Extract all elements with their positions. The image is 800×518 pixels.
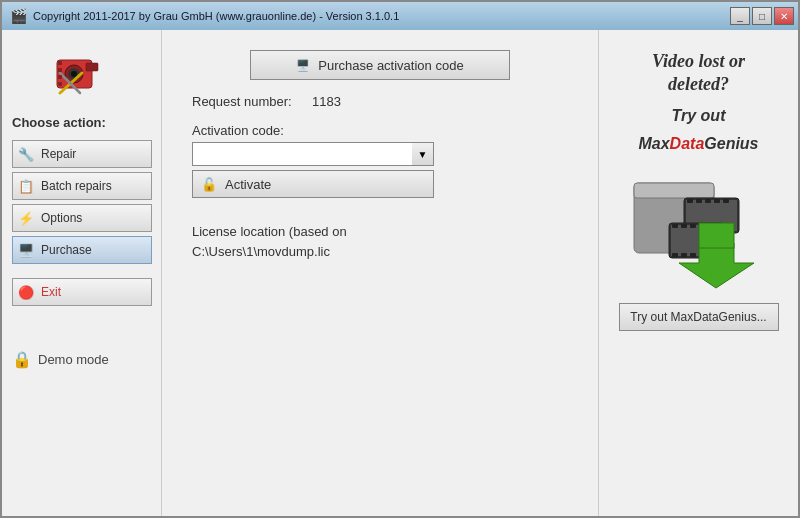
promo-graphic	[624, 163, 774, 293]
window-controls: _ □ ✕	[730, 7, 794, 25]
svg-rect-10	[58, 82, 62, 86]
demo-mode-label: Demo mode	[38, 352, 109, 367]
svg-rect-19	[723, 199, 729, 203]
demo-mode: 🔒 Demo mode	[12, 350, 151, 369]
right-panel: Video lost or deleted? Try out MaxDataGe…	[598, 30, 798, 516]
close-button[interactable]: ✕	[774, 7, 794, 25]
activation-code-input[interactable]	[192, 142, 412, 166]
svg-rect-17	[705, 199, 711, 203]
license-line2: C:\Users\1\movdump.lic	[192, 242, 568, 262]
license-line1: License location (based on	[192, 222, 568, 242]
activation-code-select-row: ▼	[192, 142, 568, 166]
sidebar: Choose action: 🔧 Repair 📋 Batch repairs …	[2, 30, 162, 516]
purchase-icon: 🖥️	[18, 243, 34, 258]
svg-rect-28	[681, 224, 687, 228]
main-panel: 🖥️ Purchase activation code Request numb…	[162, 30, 598, 516]
batch-icon: 📋	[18, 179, 34, 194]
svg-rect-29	[690, 224, 696, 228]
repair-label: Repair	[41, 147, 76, 161]
svg-rect-32	[672, 253, 678, 257]
activate-label: Activate	[225, 177, 271, 192]
brand-data: Data	[670, 135, 705, 152]
lock-gold-icon: 🔓	[201, 177, 217, 192]
promo-brand: MaxDataGenius	[638, 135, 758, 153]
app-icon: 🎬	[10, 8, 27, 24]
activation-code-dropdown-arrow[interactable]: ▼	[412, 142, 434, 166]
svg-rect-4	[86, 63, 98, 71]
maximize-button[interactable]: □	[752, 7, 772, 25]
purchase-btn-row: 🖥️ Purchase activation code	[192, 50, 568, 80]
try-btn-label: Try out MaxDataGenius...	[630, 310, 766, 324]
svg-rect-27	[672, 224, 678, 228]
choose-action-label: Choose action:	[12, 115, 151, 130]
svg-rect-33	[681, 253, 687, 257]
svg-rect-7	[58, 61, 62, 65]
main-window: 🎬 Copyright 2011-2017 by Grau GmbH (www.…	[0, 0, 800, 518]
window-title: Copyright 2011-2017 by Grau GmbH (www.gr…	[33, 10, 399, 22]
lock-icon: 🔒	[12, 350, 32, 369]
svg-rect-34	[690, 253, 696, 257]
svg-rect-18	[714, 199, 720, 203]
svg-rect-12	[634, 183, 714, 198]
exit-button[interactable]: 🔴 Exit	[12, 278, 152, 306]
purchase-button[interactable]: 🖥️ Purchase	[12, 236, 152, 264]
film-graphic-svg	[624, 163, 774, 293]
purchase-activation-label: Purchase activation code	[318, 58, 463, 73]
activation-code-section: Activation code: ▼ 🔓 Activate	[192, 123, 568, 198]
batch-label: Batch repairs	[41, 179, 112, 193]
minimize-button[interactable]: _	[730, 7, 750, 25]
exit-label: Exit	[41, 285, 61, 299]
options-button[interactable]: ⚡ Options	[12, 204, 152, 232]
activation-code-label: Activation code:	[192, 123, 568, 138]
request-number-row: Request number: 1183	[192, 94, 568, 109]
svg-rect-15	[687, 199, 693, 203]
promo-title: Video lost or deleted?	[652, 50, 745, 97]
svg-rect-8	[58, 68, 62, 72]
svg-point-3	[71, 71, 77, 77]
request-number-label: Request number:	[192, 94, 302, 109]
repair-icon: 🔧	[18, 147, 34, 162]
activate-button[interactable]: 🔓 Activate	[192, 170, 434, 198]
options-label: Options	[41, 211, 82, 225]
purchase-label: Purchase	[41, 243, 92, 257]
logo-svg	[52, 45, 112, 100]
svg-rect-38	[699, 223, 734, 248]
brand-max: Max	[638, 135, 669, 152]
title-bar: 🎬 Copyright 2011-2017 by Grau GmbH (www.…	[2, 2, 798, 30]
license-info: License location (based on C:\Users\1\mo…	[192, 222, 568, 261]
content-area: Choose action: 🔧 Repair 📋 Batch repairs …	[2, 30, 798, 516]
request-number-value: 1183	[312, 94, 341, 109]
purchase-icon-small: 🖥️	[296, 59, 310, 72]
try-maxdatagenius-button[interactable]: Try out MaxDataGenius...	[619, 303, 779, 331]
app-logo	[12, 45, 151, 100]
exit-icon: 🔴	[18, 285, 34, 300]
purchase-activation-button[interactable]: 🖥️ Purchase activation code	[250, 50, 510, 80]
repair-button[interactable]: 🔧 Repair	[12, 140, 152, 168]
svg-rect-9	[58, 75, 62, 79]
options-icon: ⚡	[18, 211, 34, 226]
brand-genius: Genius	[704, 135, 758, 152]
promo-sub: Try out	[672, 107, 726, 125]
svg-rect-16	[696, 199, 702, 203]
batch-repairs-button[interactable]: 📋 Batch repairs	[12, 172, 152, 200]
